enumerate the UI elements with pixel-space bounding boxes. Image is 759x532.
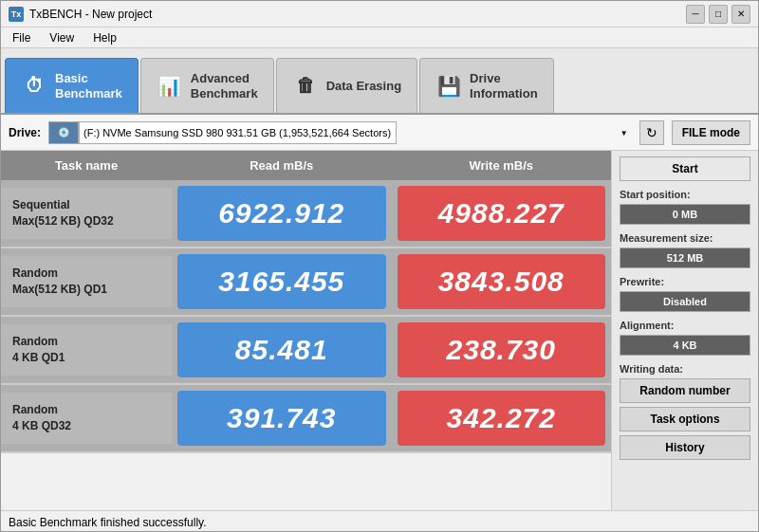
app-icon: Tx bbox=[9, 7, 24, 22]
writing-data-value[interactable]: Random number bbox=[620, 378, 750, 403]
minimize-button[interactable]: ─ bbox=[686, 5, 705, 24]
row1-write: 4988.227 bbox=[398, 186, 606, 241]
tab-data-erasing[interactable]: 🗑 Data Erasing bbox=[276, 58, 417, 113]
measurement-size-label: Measurement size: bbox=[620, 232, 750, 244]
data-erasing-icon: 🗑 bbox=[292, 73, 319, 100]
row3-label: Random 4 KB QD1 bbox=[1, 324, 172, 376]
drive-info-icon: 💾 bbox=[435, 73, 462, 100]
alignment-value: 4 KB bbox=[620, 335, 750, 356]
advanced-benchmark-icon: 📊 bbox=[157, 73, 183, 100]
menu-view[interactable]: View bbox=[42, 29, 82, 46]
toolbar: ⏱ Basic Benchmark 📊 Advanced Benchmark 🗑… bbox=[1, 48, 758, 115]
drive-selector[interactable]: (F:) NVMe Samsung SSD 980 931.51 GB (1,9… bbox=[79, 121, 397, 144]
sidebar: Start Start position: 0 MB Measurement s… bbox=[611, 151, 758, 510]
drive-selector-wrapper: (F:) NVMe Samsung SSD 980 931.51 GB (1,9… bbox=[79, 121, 632, 144]
tab-basic-label-line1: Basic bbox=[55, 71, 122, 86]
title-bar-controls: ─ □ ✕ bbox=[686, 5, 750, 24]
table-row: Random Max(512 KB) QD1 3165.455 3843.508 bbox=[1, 248, 611, 317]
main-content: Task name Read mB/s Write mB/s Sequentia… bbox=[1, 151, 758, 510]
tab-drive-label-line2: Information bbox=[470, 86, 538, 101]
task-options-button[interactable]: Task options bbox=[620, 407, 750, 431]
col-task-name: Task name bbox=[1, 151, 172, 180]
title-bar-left: Tx TxBENCH - New project bbox=[9, 7, 152, 22]
row4-read: 391.743 bbox=[177, 391, 386, 446]
row3-write: 238.730 bbox=[398, 322, 606, 377]
tab-basic-label-line2: Benchmark bbox=[55, 86, 122, 101]
tab-basic-benchmark[interactable]: ⏱ Basic Benchmark bbox=[5, 58, 139, 113]
row3-read: 85.481 bbox=[177, 322, 386, 377]
close-button[interactable]: ✕ bbox=[731, 5, 750, 24]
status-text: Basic Benchmark finished successfully. bbox=[9, 516, 207, 529]
row2-write: 3843.508 bbox=[398, 254, 606, 309]
row4-label: Random 4 KB QD32 bbox=[1, 393, 172, 444]
tab-drive-information[interactable]: 💾 Drive Information bbox=[419, 58, 554, 113]
row1-read: 6922.912 bbox=[177, 186, 386, 241]
menu-bar: File View Help bbox=[1, 28, 758, 48]
tab-advanced-label-line2: Benchmark bbox=[191, 86, 258, 101]
table-row: Random 4 KB QD1 85.481 238.730 bbox=[1, 317, 611, 385]
col-write: Write mB/s bbox=[392, 151, 612, 180]
row2-label: Random Max(512 KB) QD1 bbox=[1, 256, 172, 307]
history-button[interactable]: History bbox=[620, 435, 750, 460]
title-bar: Tx TxBENCH - New project ─ □ ✕ bbox=[1, 1, 758, 28]
start-position-value: 0 MB bbox=[620, 204, 750, 225]
window-title: TxBENCH - New project bbox=[29, 8, 152, 21]
prewrite-value: Disabled bbox=[620, 291, 750, 312]
basic-benchmark-icon: ⏱ bbox=[21, 73, 47, 100]
benchmark-table: Task name Read mB/s Write mB/s Sequentia… bbox=[1, 151, 611, 510]
menu-file[interactable]: File bbox=[5, 29, 38, 46]
table-row: Sequential Max(512 KB) QD32 6922.912 498… bbox=[1, 180, 611, 248]
drive-row: Drive: 💿 (F:) NVMe Samsung SSD 980 931.5… bbox=[1, 115, 758, 151]
table-header: Task name Read mB/s Write mB/s bbox=[1, 151, 611, 180]
tab-erase-label-line1: Data Erasing bbox=[326, 79, 401, 94]
file-mode-button[interactable]: FILE mode bbox=[672, 120, 750, 145]
refresh-button[interactable]: ↻ bbox=[639, 120, 664, 145]
tab-drive-label-line1: Drive bbox=[470, 71, 538, 86]
maximize-button[interactable]: □ bbox=[709, 5, 728, 24]
row4-write: 342.272 bbox=[398, 391, 606, 446]
row1-label: Sequential Max(512 KB) QD32 bbox=[1, 188, 172, 239]
table-row: Random 4 KB QD32 391.743 342.272 bbox=[1, 385, 611, 453]
start-position-label: Start position: bbox=[620, 189, 750, 200]
prewrite-label: Prewrite: bbox=[620, 276, 750, 287]
tab-advanced-label-line1: Advanced bbox=[191, 71, 258, 86]
drive-type-icon: 💿 bbox=[48, 121, 79, 144]
drive-label: Drive: bbox=[9, 126, 41, 139]
measurement-size-value: 512 MB bbox=[620, 248, 750, 268]
writing-data-label: Writing data: bbox=[620, 363, 750, 375]
row2-read: 3165.455 bbox=[177, 254, 386, 309]
col-read: Read mB/s bbox=[172, 151, 392, 180]
status-bar: Basic Benchmark finished successfully. bbox=[1, 510, 758, 532]
alignment-label: Alignment: bbox=[620, 320, 750, 331]
tab-advanced-benchmark[interactable]: 📊 Advanced Benchmark bbox=[140, 58, 274, 113]
start-button[interactable]: Start bbox=[620, 156, 750, 181]
menu-help[interactable]: Help bbox=[85, 29, 124, 46]
